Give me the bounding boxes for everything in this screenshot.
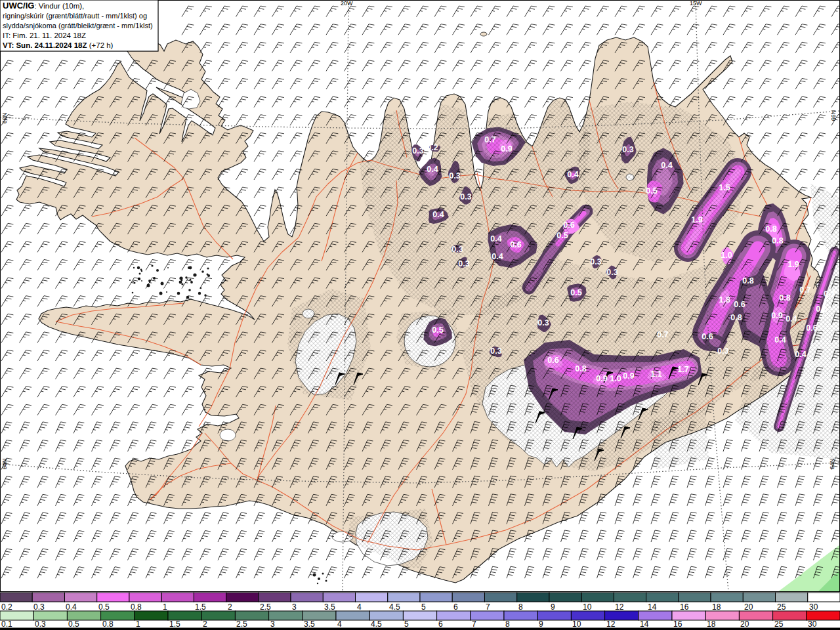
svg-text:20: 20 bbox=[744, 602, 753, 612]
svg-text:0.8: 0.8 bbox=[575, 364, 586, 373]
svg-text:0.6: 0.6 bbox=[734, 300, 745, 309]
svg-text:0.2: 0.2 bbox=[1, 602, 12, 612]
svg-text:0.5: 0.5 bbox=[98, 602, 110, 612]
svg-text:0.7: 0.7 bbox=[484, 135, 495, 144]
svg-text:0.9: 0.9 bbox=[771, 311, 782, 320]
svg-text:2.5: 2.5 bbox=[260, 602, 271, 612]
svg-text:0.3: 0.3 bbox=[460, 192, 471, 201]
svg-text:0.4: 0.4 bbox=[432, 210, 444, 219]
svg-text:18: 18 bbox=[707, 620, 716, 629]
svg-text:6: 6 bbox=[438, 620, 443, 629]
svg-text:0.1: 0.1 bbox=[1, 620, 12, 629]
svg-text:1.8: 1.8 bbox=[719, 295, 730, 304]
svg-text:0.8: 0.8 bbox=[779, 293, 790, 303]
svg-text:rigning/skúrir (grænt/blátt/ra: rigning/skúrir (grænt/blátt/rautt - mm/1… bbox=[3, 12, 147, 20]
svg-text:slydda/snjókoma (grátt/bleikt/: slydda/snjókoma (grátt/bleikt/grænt - mm… bbox=[3, 22, 153, 30]
svg-text:1.0: 1.0 bbox=[721, 251, 732, 260]
svg-text:9: 9 bbox=[539, 620, 543, 629]
svg-text:0.9: 0.9 bbox=[596, 374, 607, 383]
svg-text:0.9: 0.9 bbox=[623, 371, 634, 381]
svg-text:0.4: 0.4 bbox=[567, 170, 578, 179]
svg-text:0.3: 0.3 bbox=[590, 257, 601, 266]
svg-text:1.1: 1.1 bbox=[650, 369, 662, 379]
svg-text:0.3: 0.3 bbox=[33, 602, 45, 612]
svg-text:0.8: 0.8 bbox=[730, 313, 742, 322]
svg-text:15W: 15W bbox=[690, 0, 702, 7]
svg-text:0.2: 0.2 bbox=[427, 143, 438, 152]
svg-text:14: 14 bbox=[648, 602, 657, 612]
svg-text:4: 4 bbox=[337, 620, 342, 629]
svg-text:0.6: 0.6 bbox=[510, 240, 521, 249]
svg-text:0.3: 0.3 bbox=[449, 171, 460, 180]
svg-text:1.9: 1.9 bbox=[691, 215, 702, 224]
svg-text:7: 7 bbox=[486, 602, 490, 612]
svg-text:0.3: 0.3 bbox=[35, 620, 46, 629]
svg-text:6: 6 bbox=[453, 602, 458, 612]
svg-text:0.4: 0.4 bbox=[661, 161, 672, 170]
svg-text:20W: 20W bbox=[341, 0, 353, 7]
svg-text:3.5: 3.5 bbox=[304, 620, 315, 629]
svg-text:0.8: 0.8 bbox=[102, 620, 114, 629]
svg-text:8: 8 bbox=[518, 602, 523, 612]
svg-text:1.0: 1.0 bbox=[610, 374, 621, 383]
svg-text:0.3: 0.3 bbox=[622, 145, 633, 154]
svg-text:7: 7 bbox=[472, 620, 476, 629]
svg-text:1.5: 1.5 bbox=[719, 183, 730, 192]
svg-text:0.6: 0.6 bbox=[547, 356, 558, 365]
svg-text:0.6: 0.6 bbox=[806, 324, 817, 333]
svg-text:0.3: 0.3 bbox=[412, 146, 423, 156]
svg-text:2.5: 2.5 bbox=[236, 620, 247, 629]
svg-text:1.5: 1.5 bbox=[195, 602, 206, 612]
svg-text:18: 18 bbox=[712, 602, 721, 612]
svg-text:0.3: 0.3 bbox=[606, 268, 618, 277]
svg-text:0.4: 0.4 bbox=[490, 234, 501, 243]
svg-text:16: 16 bbox=[680, 602, 689, 612]
svg-text:0.9: 0.9 bbox=[501, 144, 512, 154]
svg-text:0.6: 0.6 bbox=[563, 220, 574, 230]
svg-text:5: 5 bbox=[404, 620, 409, 629]
svg-text:0.5: 0.5 bbox=[646, 186, 657, 196]
svg-text:0.3: 0.3 bbox=[452, 245, 463, 254]
svg-text:0.8: 0.8 bbox=[765, 224, 776, 234]
svg-text:0.8: 0.8 bbox=[772, 236, 783, 245]
svg-text:4.5: 4.5 bbox=[389, 602, 400, 612]
svg-text:2: 2 bbox=[203, 620, 207, 629]
svg-text:0.4: 0.4 bbox=[427, 165, 438, 174]
svg-text:10: 10 bbox=[583, 602, 592, 612]
svg-text:IT: Fim. 21. 11. 2024 18Z: IT: Fim. 21. 11. 2024 18Z bbox=[3, 32, 86, 39]
svg-text:0.3: 0.3 bbox=[717, 346, 728, 356]
svg-text:1: 1 bbox=[163, 602, 167, 612]
svg-text:1.5: 1.5 bbox=[169, 620, 180, 629]
svg-text:16: 16 bbox=[673, 620, 682, 629]
svg-text:0.8: 0.8 bbox=[131, 602, 142, 612]
svg-text:5: 5 bbox=[421, 602, 426, 612]
svg-text:0.4: 0.4 bbox=[774, 335, 786, 345]
svg-text:10: 10 bbox=[572, 620, 581, 629]
svg-text:4: 4 bbox=[357, 602, 362, 612]
svg-text:12: 12 bbox=[615, 602, 624, 612]
svg-text:1.9: 1.9 bbox=[788, 260, 799, 269]
svg-text:25: 25 bbox=[774, 620, 784, 629]
svg-text:UWC/IG: Vindur (10m),: UWC/IG: Vindur (10m), bbox=[3, 1, 84, 10]
svg-text:20: 20 bbox=[740, 620, 749, 629]
svg-text:3.5: 3.5 bbox=[324, 602, 335, 612]
svg-text:1: 1 bbox=[136, 620, 140, 629]
svg-text:14: 14 bbox=[640, 620, 649, 629]
svg-text:0.3: 0.3 bbox=[490, 346, 501, 356]
svg-text:3: 3 bbox=[292, 602, 297, 612]
svg-text:4.5: 4.5 bbox=[371, 620, 382, 629]
svg-text:0.4: 0.4 bbox=[786, 314, 797, 324]
svg-text:1.7: 1.7 bbox=[677, 365, 688, 374]
svg-text:0.7: 0.7 bbox=[657, 330, 668, 339]
svg-text:0.5: 0.5 bbox=[432, 326, 443, 335]
svg-text:VT: Sun. 24.11.2024 18Z (+72 h: VT: Sun. 24.11.2024 18Z (+72 h) bbox=[3, 41, 114, 49]
svg-text:0.4: 0.4 bbox=[795, 350, 806, 359]
svg-text:30: 30 bbox=[808, 620, 817, 629]
svg-text:3: 3 bbox=[270, 620, 275, 629]
svg-text:2: 2 bbox=[228, 602, 232, 612]
svg-text:0.4: 0.4 bbox=[492, 252, 503, 261]
svg-text:12: 12 bbox=[606, 620, 616, 629]
svg-text:0.8: 0.8 bbox=[742, 276, 753, 285]
svg-text:25: 25 bbox=[777, 602, 786, 612]
svg-text:0.4: 0.4 bbox=[66, 602, 77, 612]
